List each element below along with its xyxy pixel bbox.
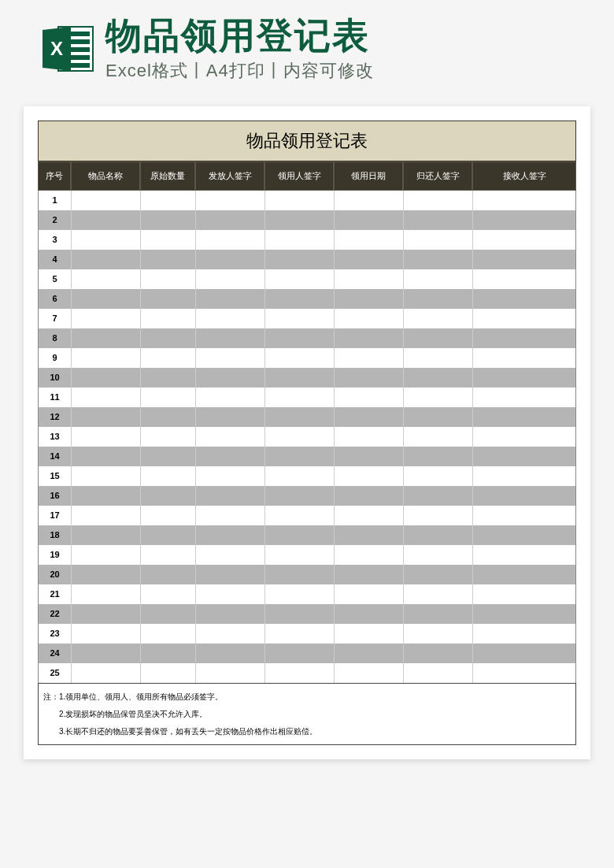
table-cell [473, 427, 575, 447]
table-cell [335, 427, 404, 447]
table-cell [404, 466, 473, 486]
table-cell [265, 328, 335, 348]
table-cell [72, 584, 141, 604]
table-cell [404, 309, 473, 328]
table-cell [404, 604, 473, 624]
table-cell [72, 525, 141, 545]
table-cell [141, 250, 196, 269]
table-cell: 11 [39, 388, 72, 407]
table-row: 5 [39, 269, 575, 289]
table-row: 7 [39, 309, 575, 328]
table-cell [265, 309, 335, 328]
table-cell [265, 565, 335, 584]
table-cell [72, 447, 141, 466]
table-cell: 1 [39, 191, 72, 210]
table-cell [196, 466, 265, 486]
table-cell: 16 [39, 486, 72, 506]
table-cell [335, 250, 404, 269]
table-cell [473, 269, 575, 289]
table-cell [265, 624, 335, 644]
table-row: 15 [39, 466, 575, 486]
table-cell [196, 565, 265, 584]
table-cell [335, 407, 404, 427]
table-cell [72, 210, 141, 230]
table-cell [196, 368, 265, 388]
table-cell [473, 289, 575, 309]
table-cell [404, 269, 473, 289]
table-row: 4 [39, 250, 575, 269]
table-cell [141, 427, 196, 447]
table-cell [404, 486, 473, 506]
notes-label: 注： [43, 692, 59, 701]
table-cell [196, 309, 265, 328]
table-cell [196, 663, 265, 683]
table-cell [473, 624, 575, 644]
table-cell [72, 604, 141, 624]
table-cell [473, 328, 575, 348]
table-row: 21 [39, 584, 575, 604]
table-row: 9 [39, 348, 575, 368]
table-cell [335, 210, 404, 230]
table-cell [335, 565, 404, 584]
table-cell [335, 624, 404, 644]
table-cell [141, 328, 196, 348]
table-cell [141, 506, 196, 525]
table-cell [265, 604, 335, 624]
table-row: 25 [39, 663, 575, 683]
table-cell: 25 [39, 663, 72, 683]
table-cell [473, 447, 575, 466]
table-cell [265, 368, 335, 388]
table-cell [196, 427, 265, 447]
table-cell [141, 191, 196, 210]
table-cell [473, 230, 575, 250]
table-cell [141, 466, 196, 486]
table-cell [335, 388, 404, 407]
table-cell [196, 348, 265, 368]
col-header-issuer: 发放人签字 [195, 161, 264, 191]
table-cell [196, 230, 265, 250]
table-cell: 7 [39, 309, 72, 328]
table-cell [404, 506, 473, 525]
table-cell [72, 427, 141, 447]
table-cell [72, 624, 141, 644]
table-cell [473, 525, 575, 545]
table-cell [404, 348, 473, 368]
table-cell [335, 525, 404, 545]
table-cell [335, 191, 404, 210]
table-cell [265, 230, 335, 250]
table-cell [404, 584, 473, 604]
table-cell [404, 663, 473, 683]
note-line-2: 2.发现损坏的物品保管员坚决不允许入库。 [43, 707, 571, 721]
table-cell [335, 466, 404, 486]
table-cell [196, 604, 265, 624]
table-cell [335, 604, 404, 624]
table-cell [72, 644, 141, 663]
table-cell [404, 328, 473, 348]
table-row: 2 [39, 210, 575, 230]
table-cell [141, 604, 196, 624]
table-cell [196, 506, 265, 525]
table-cell [265, 348, 335, 368]
table-row: 16 [39, 486, 575, 506]
notes-section: 注：1.领用单位、领用人、领用所有物品必须签字。 2.发现损坏的物品保管员坚决不… [38, 683, 576, 745]
table-cell: 24 [39, 644, 72, 663]
table-row: 20 [39, 565, 575, 584]
table-cell [141, 269, 196, 289]
table-cell [72, 328, 141, 348]
table-cell: 2 [39, 210, 72, 230]
col-header-name: 物品名称 [71, 161, 140, 191]
table-row: 14 [39, 447, 575, 466]
table-cell [72, 269, 141, 289]
table-cell [265, 447, 335, 466]
banner-subtitle: Excel格式丨A4打印丨内容可修改 [105, 59, 590, 83]
table-cell [473, 486, 575, 506]
table-cell [473, 663, 575, 683]
table-cell [141, 486, 196, 506]
table-cell [196, 388, 265, 407]
table-cell: 22 [39, 604, 72, 624]
table-cell [265, 506, 335, 525]
table-cell [335, 269, 404, 289]
table-cell [265, 525, 335, 545]
col-header-acceptor: 接收人签字 [472, 161, 576, 191]
table-cell [473, 644, 575, 663]
